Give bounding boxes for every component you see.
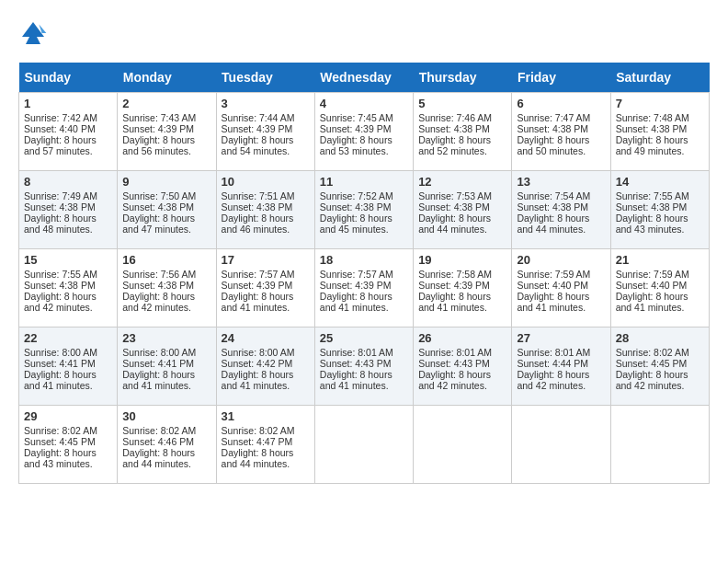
day-info-line: Daylight: 8 hours xyxy=(222,369,310,380)
day-info-line: Sunrise: 7:54 AM xyxy=(517,190,605,201)
day-info-line: Daylight: 8 hours xyxy=(616,134,704,145)
calendar-cell: 16Sunrise: 7:56 AMSunset: 4:38 PMDayligh… xyxy=(118,249,216,327)
day-info-line: Sunrise: 7:55 AM xyxy=(616,190,704,201)
day-info-line: Sunset: 4:42 PM xyxy=(222,358,310,369)
day-info-line: Daylight: 8 hours xyxy=(222,291,310,302)
day-info-line: Sunset: 4:39 PM xyxy=(418,280,506,291)
calendar-cell: 12Sunrise: 7:53 AMSunset: 4:38 PMDayligh… xyxy=(414,171,512,249)
day-number: 6 xyxy=(517,97,605,110)
calendar-cell: 21Sunrise: 7:59 AMSunset: 4:40 PMDayligh… xyxy=(610,249,709,327)
day-info-line: Daylight: 8 hours xyxy=(517,369,605,380)
day-info-line: Sunrise: 7:53 AM xyxy=(418,190,506,201)
calendar-cell xyxy=(512,406,610,484)
day-number: 4 xyxy=(320,97,408,110)
day-info-line: Sunrise: 8:02 AM xyxy=(122,425,210,436)
calendar-cell: 28Sunrise: 8:02 AMSunset: 4:45 PMDayligh… xyxy=(610,327,709,406)
weekday-header-row: SundayMondayTuesdayWednesdayThursdayFrid… xyxy=(19,63,710,93)
day-info-line: Daylight: 8 hours xyxy=(122,291,210,302)
day-info-line: Sunrise: 7:48 AM xyxy=(616,112,704,123)
day-info-line: Sunrise: 8:00 AM xyxy=(122,347,210,358)
day-info-line: and 42 minutes. xyxy=(517,380,605,391)
day-number: 25 xyxy=(320,331,408,345)
calendar-cell: 2Sunrise: 7:43 AMSunset: 4:39 PMDaylight… xyxy=(118,93,216,171)
day-info-line: Sunset: 4:38 PM xyxy=(418,201,506,213)
day-info-line: and 41 minutes. xyxy=(122,380,210,391)
day-info-line: and 54 minutes. xyxy=(222,145,310,156)
day-info-line: and 44 minutes. xyxy=(122,458,210,469)
weekday-header: Tuesday xyxy=(216,63,314,93)
day-info-line: Sunset: 4:40 PM xyxy=(517,280,605,291)
day-info-line: Sunset: 4:38 PM xyxy=(24,201,112,213)
day-info-line: Sunrise: 7:56 AM xyxy=(122,269,210,280)
logo xyxy=(18,18,51,48)
calendar-table: SundayMondayTuesdayWednesdayThursdayFrid… xyxy=(18,63,710,484)
day-info-line: and 44 minutes. xyxy=(418,224,506,235)
calendar-cell: 4Sunrise: 7:45 AMSunset: 4:39 PMDaylight… xyxy=(314,93,413,171)
day-info-line: and 42 minutes. xyxy=(24,302,112,313)
day-info-line: Sunset: 4:39 PM xyxy=(320,123,408,134)
day-info-line: and 41 minutes. xyxy=(320,302,408,313)
day-info-line: Sunset: 4:40 PM xyxy=(24,123,112,134)
day-info-line: Sunrise: 7:59 AM xyxy=(616,269,704,280)
day-info-line: Daylight: 8 hours xyxy=(122,369,210,380)
day-number: 22 xyxy=(24,331,112,345)
calendar-cell: 5Sunrise: 7:46 AMSunset: 4:38 PMDaylight… xyxy=(414,93,512,171)
day-info-line: Sunrise: 8:01 AM xyxy=(517,347,605,358)
weekday-header: Wednesday xyxy=(314,63,413,93)
day-info-line: Sunset: 4:38 PM xyxy=(418,123,506,134)
day-info-line: and 41 minutes. xyxy=(24,380,112,391)
calendar-cell: 20Sunrise: 7:59 AMSunset: 4:40 PMDayligh… xyxy=(512,249,610,327)
day-info-line: Daylight: 8 hours xyxy=(320,291,408,302)
day-info-line: and 43 minutes. xyxy=(616,224,704,235)
day-info-line: Sunset: 4:41 PM xyxy=(122,358,210,369)
day-number: 23 xyxy=(122,331,210,345)
day-number: 27 xyxy=(517,331,605,345)
day-info-line: Sunrise: 7:45 AM xyxy=(320,112,408,123)
day-info-line: and 41 minutes. xyxy=(418,302,506,313)
day-info-line: and 50 minutes. xyxy=(517,145,605,156)
calendar-cell: 23Sunrise: 8:00 AMSunset: 4:41 PMDayligh… xyxy=(118,327,216,406)
weekday-header: Sunday xyxy=(19,63,118,93)
day-info-line: Daylight: 8 hours xyxy=(320,213,408,224)
calendar-cell xyxy=(314,406,413,484)
day-info-line: Daylight: 8 hours xyxy=(418,134,506,145)
day-info-line: Sunset: 4:43 PM xyxy=(320,358,408,369)
day-number: 14 xyxy=(616,175,704,189)
day-info-line: Sunset: 4:38 PM xyxy=(517,123,605,134)
day-info-line: Sunrise: 7:57 AM xyxy=(320,269,408,280)
day-info-line: Sunset: 4:38 PM xyxy=(24,280,112,291)
day-info-line: Daylight: 8 hours xyxy=(122,134,210,145)
day-info-line: Sunset: 4:39 PM xyxy=(222,123,310,134)
day-info-line: Daylight: 8 hours xyxy=(222,213,310,224)
calendar-cell: 7Sunrise: 7:48 AMSunset: 4:38 PMDaylight… xyxy=(610,93,709,171)
weekday-header: Saturday xyxy=(610,63,709,93)
calendar-cell: 25Sunrise: 8:01 AMSunset: 4:43 PMDayligh… xyxy=(314,327,413,406)
calendar-cell: 19Sunrise: 7:58 AMSunset: 4:39 PMDayligh… xyxy=(414,249,512,327)
day-info-line: and 43 minutes. xyxy=(24,458,112,469)
day-number: 28 xyxy=(616,331,704,345)
calendar-cell: 3Sunrise: 7:44 AMSunset: 4:39 PMDaylight… xyxy=(216,93,314,171)
day-info-line: Sunrise: 8:01 AM xyxy=(418,347,506,358)
day-info-line: Sunset: 4:41 PM xyxy=(24,358,112,369)
calendar-cell: 13Sunrise: 7:54 AMSunset: 4:38 PMDayligh… xyxy=(512,171,610,249)
day-info-line: Sunrise: 7:43 AM xyxy=(122,112,210,123)
day-info-line: Sunset: 4:39 PM xyxy=(222,280,310,291)
day-info-line: Sunrise: 7:52 AM xyxy=(320,190,408,201)
day-number: 21 xyxy=(616,253,704,267)
calendar-cell: 24Sunrise: 8:00 AMSunset: 4:42 PMDayligh… xyxy=(216,327,314,406)
day-info-line: Sunset: 4:44 PM xyxy=(517,358,605,369)
calendar-week-row: 1Sunrise: 7:42 AMSunset: 4:40 PMDaylight… xyxy=(19,93,710,171)
day-info-line: and 49 minutes. xyxy=(616,145,704,156)
day-info-line: and 41 minutes. xyxy=(517,302,605,313)
day-info-line: Daylight: 8 hours xyxy=(24,134,112,145)
calendar-cell: 10Sunrise: 7:51 AMSunset: 4:38 PMDayligh… xyxy=(216,171,314,249)
calendar-cell xyxy=(414,406,512,484)
day-info-line: Sunset: 4:46 PM xyxy=(122,436,210,447)
day-number: 9 xyxy=(122,175,210,189)
day-info-line: and 42 minutes. xyxy=(122,302,210,313)
day-info-line: and 48 minutes. xyxy=(24,224,112,235)
day-info-line: Sunset: 4:38 PM xyxy=(616,201,704,213)
day-number: 5 xyxy=(418,97,506,110)
calendar-cell: 31Sunrise: 8:02 AMSunset: 4:47 PMDayligh… xyxy=(216,406,314,484)
day-info-line: and 52 minutes. xyxy=(418,145,506,156)
